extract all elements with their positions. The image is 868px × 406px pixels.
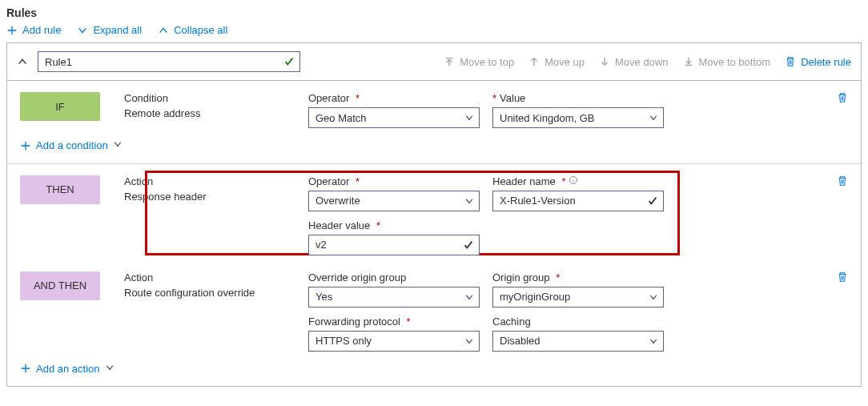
chevron-down-icon xyxy=(464,113,474,125)
delete-action-button[interactable] xyxy=(837,175,848,189)
then-row: THEN Action Response header Operator * O… xyxy=(20,175,848,255)
chevron-down-icon xyxy=(105,363,115,375)
operator-label: Operator * xyxy=(308,92,492,104)
required-asterisk: * xyxy=(352,92,360,104)
required-asterisk: * xyxy=(553,271,561,283)
expand-all-label: Expand all xyxy=(93,24,142,36)
operator-selected: Geo Match xyxy=(315,112,367,124)
andthen-action-value: Route configuration override xyxy=(124,287,308,299)
header-value-label: Header value * xyxy=(308,219,492,231)
arrow-down-icon xyxy=(599,56,610,67)
forwarding-protocol-select[interactable]: HTTPS only xyxy=(308,331,480,352)
origin-group-selected: myOriginGroup xyxy=(500,291,570,303)
trash-icon xyxy=(785,56,796,67)
add-action-label: Add an action xyxy=(36,363,100,375)
chevron-down-icon xyxy=(649,292,658,304)
chevron-up-icon xyxy=(17,56,28,67)
if-badge: IF xyxy=(20,92,100,121)
info-icon[interactable] xyxy=(569,175,578,187)
move-down-button[interactable]: Move down xyxy=(599,56,668,68)
required-asterisk: * xyxy=(404,316,411,328)
value-selected: United Kingdom, GB xyxy=(500,112,595,124)
override-origin-label: Override origin group xyxy=(308,271,492,283)
and-then-row: AND THEN Action Route configuration over… xyxy=(20,271,848,352)
then-operator-label: Operator * xyxy=(308,175,492,187)
collapse-rule-toggle[interactable] xyxy=(17,56,28,67)
add-condition-button[interactable]: Add a condition xyxy=(20,139,123,151)
required-asterisk: * xyxy=(373,219,380,231)
chevron-down-icon xyxy=(113,139,123,151)
value-label: *Value xyxy=(492,92,677,104)
action-label: Action xyxy=(124,175,308,187)
header-name-text: X-Rule1-Version xyxy=(500,195,576,207)
arrow-up-icon xyxy=(528,56,540,67)
plus-icon xyxy=(6,25,18,36)
chevron-down-icon xyxy=(464,336,474,348)
chevron-down-icon xyxy=(77,25,88,36)
override-origin-selected: Yes xyxy=(315,291,332,303)
then-operator-selected: Overwrite xyxy=(315,195,360,207)
value-select[interactable]: United Kingdom, GB xyxy=(492,107,664,128)
arrow-bottom-icon xyxy=(683,56,694,67)
then-badge: THEN xyxy=(20,175,100,204)
if-row: IF Condition Remote address Operator * G… xyxy=(20,92,848,128)
caching-label: Caching xyxy=(492,316,677,328)
if-section: IF Condition Remote address Operator * G… xyxy=(7,81,861,163)
forwarding-protocol-label: Forwarding protocol * xyxy=(308,316,492,328)
and-then-badge: AND THEN xyxy=(20,271,100,300)
caching-select[interactable]: Disabled xyxy=(492,331,664,352)
check-icon xyxy=(283,56,295,70)
add-action-button[interactable]: Add an action xyxy=(20,363,115,375)
required-asterisk: * xyxy=(352,175,360,187)
required-asterisk: * xyxy=(492,92,496,104)
trash-icon xyxy=(837,175,848,187)
delete-rule-button[interactable]: Delete rule xyxy=(785,56,851,68)
add-rule-label: Add rule xyxy=(22,24,61,36)
origin-group-label: Origin group * xyxy=(492,271,677,283)
delete-andthen-button[interactable] xyxy=(837,271,848,285)
origin-group-select[interactable]: myOriginGroup xyxy=(492,287,664,308)
trash-icon xyxy=(837,271,848,283)
chevron-up-icon xyxy=(158,25,169,36)
required-asterisk: * xyxy=(559,175,566,187)
arrow-top-icon xyxy=(444,56,455,67)
andthen-action-label: Action xyxy=(124,271,308,283)
chevron-down-icon xyxy=(649,336,658,348)
move-down-label: Move down xyxy=(615,56,668,68)
header-name-input[interactable]: X-Rule1-Version xyxy=(492,191,664,211)
rule-name-input[interactable]: Rule1 xyxy=(38,51,300,72)
caching-selected: Disabled xyxy=(500,335,540,347)
forwarding-protocol-selected: HTTPS only xyxy=(315,335,372,347)
check-icon xyxy=(463,239,474,253)
chevron-down-icon xyxy=(464,196,474,208)
add-rule-button[interactable]: Add rule xyxy=(6,24,61,36)
rules-toolbar: Add rule Expand all Collapse all xyxy=(6,24,862,36)
move-to-bottom-button[interactable]: Move to bottom xyxy=(683,56,771,68)
override-origin-select[interactable]: Yes xyxy=(308,287,480,308)
check-icon xyxy=(647,195,658,209)
condition-label: Condition xyxy=(124,92,308,104)
header-value-input[interactable]: v2 xyxy=(308,235,480,255)
delete-condition-button[interactable] xyxy=(837,92,848,106)
collapse-all-button[interactable]: Collapse all xyxy=(158,24,227,36)
page-title: Rules xyxy=(6,6,862,19)
header-value-text: v2 xyxy=(315,239,327,251)
rule-header: Rule1 Move to top Move up Move down Move… xyxy=(7,43,861,81)
expand-all-button[interactable]: Expand all xyxy=(77,24,142,36)
then-operator-select[interactable]: Overwrite xyxy=(308,191,480,211)
move-to-top-button[interactable]: Move to top xyxy=(444,56,514,68)
move-top-label: Move to top xyxy=(460,56,514,68)
condition-value: Remote address xyxy=(124,107,308,119)
collapse-all-label: Collapse all xyxy=(174,24,227,36)
move-up-button[interactable]: Move up xyxy=(528,56,585,68)
rule-header-actions: Move to top Move up Move down Move to bo… xyxy=(444,56,851,68)
then-section: THEN Action Response header Operator * O… xyxy=(7,163,861,387)
trash-icon xyxy=(837,92,848,103)
plus-icon xyxy=(20,363,31,374)
rule-panel: Rule1 Move to top Move up Move down Move… xyxy=(6,42,862,387)
delete-rule-label: Delete rule xyxy=(801,56,851,68)
header-name-label: Header name * xyxy=(492,175,677,187)
chevron-down-icon xyxy=(464,292,474,304)
add-condition-label: Add a condition xyxy=(36,139,108,151)
operator-select[interactable]: Geo Match xyxy=(308,107,480,128)
